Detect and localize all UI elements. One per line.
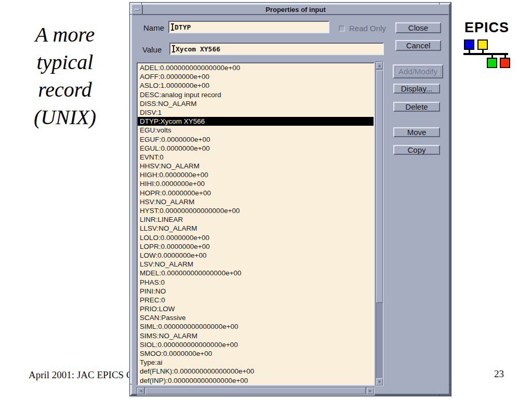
list-item[interactable]: def(INP):0.000000000000000e+00 [138,376,374,385]
list-item[interactable]: PINI:NO [138,287,374,296]
scroll-right-button[interactable]: ► [367,388,374,394]
list-item[interactable]: Type:ai [138,358,374,367]
list-item[interactable]: LSV:NO_ALARM [138,260,374,269]
add-modify-button[interactable]: Add/Modify [393,64,443,78]
list-item[interactable]: LOLO:0.0000000e+00 [138,233,374,242]
window-menu-button[interactable] [132,5,143,14]
list-item[interactable]: DESC:analog input record [138,90,374,99]
read-only-label: Read Only [349,24,386,33]
scroll-up-button[interactable]: ▲ [376,62,383,69]
list-item[interactable]: HSV:NO_ALARM [138,197,374,206]
close-button[interactable]: Close [395,22,441,33]
scroll-left-icon: ◄ [139,389,143,393]
logo-bus-line [463,53,508,55]
value-input-value: Xycom XY566 [176,45,220,53]
frame-notch [130,384,132,384]
list-item[interactable]: ADEL:0.000000000000000e+00 [138,63,374,72]
list-item[interactable]: EVNT:0 [138,153,374,162]
logo-node-red [500,58,510,68]
page-number: 23 [494,368,504,380]
delete-button[interactable]: Delete [393,102,440,112]
field-list: ADEL:0.000000000000000e+00AOFF:0.0000000… [137,62,375,385]
list-item[interactable]: SIMS:NO_ALARM [138,331,374,340]
horizontal-scrollbar-thumb[interactable] [145,388,366,394]
list-item[interactable]: DISV:1 [138,108,374,117]
move-button[interactable]: Move [393,127,440,137]
value-label: Value [142,45,162,54]
list-item[interactable]: PREC:0 [138,296,374,304]
frame-notch [130,14,132,15]
text-caret [172,45,175,52]
list-item[interactable]: AOFF:0.0000000e+00 [138,72,374,81]
list-item[interactable]: LOPR:0.0000000e+00 [138,242,374,251]
logo-node-blue [464,39,474,50]
frame-notch [439,3,440,5]
slide-footer: April 2001: JAC EPICS Co [29,369,138,381]
scroll-down-button[interactable]: ▼ [376,378,383,385]
list-item[interactable]: HYST:0.000000000000000e+00 [138,206,374,215]
read-only-checkbox-row[interactable]: Read Only [339,24,386,33]
list-item[interactable]: HOPR:0.0000000e+00 [138,189,374,197]
checkbox-icon[interactable] [339,25,345,32]
scroll-down-icon: ▼ [377,380,382,384]
list-item[interactable]: DISS:NO_ALARM [138,99,374,108]
frame-notch [449,384,451,384]
frame-notch [439,394,440,396]
list-item[interactable]: EGUF:0.0000000e+00 [138,135,374,144]
text-caret [171,23,174,31]
list-item[interactable]: DTYP:Xycom XY566 [138,117,374,126]
cancel-button[interactable]: Cancel [395,40,441,51]
value-input[interactable]: Xycom XY566 [169,43,384,55]
list-item[interactable]: ASLO:1.0000000e+00 [138,81,374,90]
frame-notch [449,14,451,15]
vertical-scrollbar-thumb[interactable] [376,70,383,303]
list-item[interactable]: HHSV:NO_ALARM [138,162,374,170]
logo-node-yellow [477,39,488,50]
list-item[interactable]: EGU:volts [138,126,374,135]
scroll-left-button[interactable]: ◄ [137,388,144,394]
frame-notch [141,3,142,5]
list-item[interactable]: PHAS:0 [138,278,374,287]
copy-button[interactable]: Copy [393,145,440,155]
properties-window: Properties of input Name DTYP Read Only … [130,3,451,396]
list-item[interactable]: EGUL:0.0000000e+00 [138,144,374,153]
scroll-right-icon: ► [368,389,373,393]
scroll-up-icon: ▲ [377,63,382,68]
window-menu-icon [135,9,140,10]
window-title: Properties of input [143,5,448,14]
list-item[interactable]: SCAN:Passive [138,313,374,322]
display-button[interactable]: Display... [393,84,440,94]
logo-node-green [487,58,497,68]
list-item[interactable]: SMOO:0.0000000e+00 [138,349,374,358]
list-item[interactable]: SIOL:0.000000000000000e+00 [138,340,374,349]
name-input-value: DTYP [175,23,191,31]
list-item[interactable]: MDEL:0.000000000000000e+00 [138,269,374,277]
horizontal-scrollbar[interactable]: ◄ ► [137,387,375,395]
slide-title: A more typical record (UNIX) [5,21,125,131]
list-item[interactable]: HIHI:0.0000000e+00 [138,179,374,188]
list-item[interactable]: PRIO:LOW [138,304,374,313]
epics-logo: EPICS [457,20,532,87]
list-item[interactable]: SIML:0.000000000000000e+00 [138,322,374,331]
vertical-scrollbar[interactable]: ▲ ▼ [376,61,383,386]
list-item[interactable]: def(FLNK):0.000000000000000e+00 [138,367,374,376]
list-item[interactable]: LLSV:NO_ALARM [138,224,374,233]
list-item[interactable]: HIGH:0.0000000e+00 [138,170,374,179]
name-input[interactable]: DTYP [168,21,329,33]
list-item[interactable]: LOW:0.0000000e+00 [138,251,374,260]
epics-logo-text: EPICS [464,20,509,36]
name-label: Name [143,23,164,32]
window-titlebar[interactable]: Properties of input [132,5,448,15]
list-item[interactable]: LINR:LINEAR [138,215,374,224]
